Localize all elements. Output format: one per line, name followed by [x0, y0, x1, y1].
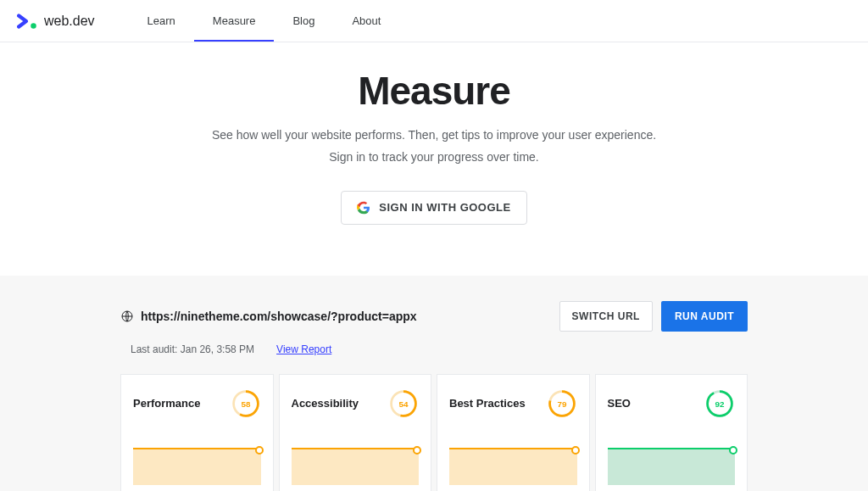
card-title: Best Practices — [449, 397, 526, 410]
url-row: https://ninetheme.com/showcase/?product=… — [120, 301, 748, 332]
spark-performance — [133, 448, 261, 485]
gauge-performance: 58 — [231, 388, 261, 419]
page-title: Measure — [17, 68, 851, 114]
gauge-seo: 92 — [704, 388, 735, 419]
gauge-best-practices: 79 — [547, 388, 577, 419]
switch-url-button[interactable]: SWITCH URL — [559, 301, 653, 332]
audited-url: https://ninetheme.com/showcase/?product=… — [141, 310, 417, 323]
brand-logo[interactable]: web.dev — [17, 12, 95, 31]
nav-measure[interactable]: Measure — [194, 1, 275, 41]
svg-text:92: 92 — [715, 399, 725, 408]
svg-text:54: 54 — [399, 399, 409, 408]
card-title: Accessibility — [292, 397, 359, 410]
main-nav: Learn Measure Blog About — [129, 1, 400, 41]
card-seo[interactable]: SEO 92 — [595, 374, 748, 491]
card-title: Performance — [133, 397, 200, 410]
svg-text:58: 58 — [241, 399, 250, 408]
audit-meta: Last audit: Jan 26, 3:58 PM View Report — [131, 343, 748, 355]
brand-name: web.dev — [44, 14, 95, 29]
card-best-practices[interactable]: Best Practices 79 — [437, 374, 590, 491]
card-title: SEO — [608, 397, 631, 410]
spark-seo — [608, 448, 736, 485]
gauge-accessibility: 54 — [388, 388, 419, 419]
top-nav: web.dev Learn Measure Blog About — [0, 0, 868, 42]
spark-accessibility — [292, 448, 420, 485]
hero-subtitle-2: Sign in to track your progress over time… — [17, 148, 851, 166]
nav-blog[interactable]: Blog — [274, 1, 333, 41]
globe-icon — [120, 310, 134, 323]
score-cards: Performance 58 Accessibility 54 — [120, 374, 748, 491]
svg-text:79: 79 — [557, 399, 566, 408]
view-report-link[interactable]: View Report — [276, 343, 331, 355]
sign-in-label: SIGN IN WITH GOOGLE — [379, 201, 510, 214]
svg-point-0 — [31, 23, 36, 28]
hero-subtitle-1: See how well your website performs. Then… — [17, 126, 851, 144]
webdev-logo-icon — [17, 12, 39, 31]
google-icon — [357, 201, 370, 215]
hero-section: Measure See how well your website perfor… — [0, 42, 868, 276]
sign-in-google-button[interactable]: SIGN IN WITH GOOGLE — [341, 191, 526, 225]
nav-learn[interactable]: Learn — [129, 1, 194, 41]
spark-best-practices — [449, 448, 577, 485]
card-performance[interactable]: Performance 58 — [120, 374, 274, 491]
run-audit-button[interactable]: RUN AUDIT — [661, 301, 748, 332]
card-accessibility[interactable]: Accessibility 54 — [279, 374, 432, 491]
nav-about[interactable]: About — [333, 1, 399, 41]
results-section: https://ninetheme.com/showcase/?product=… — [0, 276, 868, 491]
last-audit-text: Last audit: Jan 26, 3:58 PM — [131, 343, 254, 355]
